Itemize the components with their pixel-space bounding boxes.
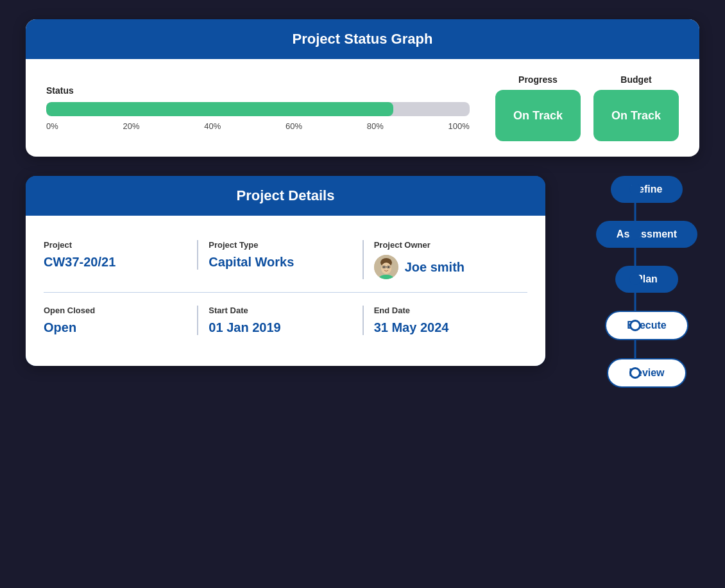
pipeline-btn-define[interactable]: Define (611, 176, 683, 203)
bottom-section: Project Details Project CW37-20/21 Proje… (26, 176, 699, 388)
svg-point-3 (383, 266, 384, 268)
project-value: CW37-20/21 (44, 255, 187, 270)
progress-badge-group: Progress On Track (495, 74, 581, 141)
details-row-2: Open Closed Open Start Date 01 Jan 2019 … (44, 292, 527, 348)
pipeline-dot-define (629, 184, 641, 195)
label-40: 40% (204, 121, 221, 131)
pipeline-step-plan: Plan (571, 266, 699, 293)
open-closed-cell: Open Closed Open (44, 306, 197, 335)
start-date-value: 01 Jan 2019 (209, 320, 352, 335)
progress-section: Status 0% 20% 40% 60% 80% 100% (46, 85, 470, 131)
project-type-label: Project Type (209, 240, 352, 250)
status-graph-card: Project Status Graph Status 0% 20% 40% 6… (26, 19, 699, 157)
project-details-body: Project CW37-20/21 Project Type Capital … (26, 216, 545, 366)
start-date-label: Start Date (209, 306, 352, 315)
pipeline-step-execute: Execute (571, 311, 699, 340)
project-owner-value: Joe smith (374, 255, 517, 279)
status-graph-body: Status 0% 20% 40% 60% 80% 100% Progress … (26, 59, 699, 157)
pipeline-step-define: Define (571, 176, 699, 203)
progress-bar-container (46, 102, 470, 116)
end-date-value: 31 May 2024 (374, 320, 517, 335)
label-60: 60% (286, 121, 302, 131)
pipeline-step-review: Review (571, 358, 699, 388)
pipeline-btn-assessment[interactable]: Assessment (596, 221, 697, 248)
owner-name: Joe smith (405, 260, 465, 275)
progress-status-badge: On Track (495, 90, 581, 141)
pipeline-btn-review[interactable]: Review (607, 358, 686, 388)
budget-title: Budget (620, 74, 651, 85)
end-date-cell: End Date 31 May 2024 (362, 306, 527, 335)
project-owner-label: Project Owner (374, 240, 517, 250)
pipeline-dot-review (629, 367, 641, 379)
details-row-1: Project CW37-20/21 Project Type Capital … (44, 234, 527, 292)
svg-point-2 (381, 263, 391, 274)
pipeline-dot-assessment (629, 229, 641, 240)
progress-title: Progress (518, 74, 558, 85)
label-20: 20% (123, 121, 140, 131)
svg-point-4 (388, 266, 389, 268)
project-details-title: Project Details (26, 176, 545, 216)
progress-bar-fill (46, 102, 393, 116)
pipeline-btn-plan[interactable]: Plan (615, 266, 678, 293)
progress-labels: 0% 20% 40% 60% 80% 100% (46, 121, 470, 131)
status-badges: Progress On Track Budget On Track (495, 74, 679, 141)
avatar (374, 255, 398, 279)
label-0: 0% (46, 121, 58, 131)
budget-status-badge: On Track (593, 90, 679, 141)
open-closed-value: Open (44, 320, 187, 335)
pipeline-btn-execute[interactable]: Execute (605, 311, 688, 340)
label-100: 100% (448, 121, 470, 131)
pipeline-step-assessment: Assessment (571, 221, 699, 248)
label-80: 80% (367, 121, 384, 131)
project-type-value: Capital Works (209, 255, 352, 270)
project-details-card: Project Details Project CW37-20/21 Proje… (26, 176, 545, 366)
start-date-cell: Start Date 01 Jan 2019 (197, 306, 362, 335)
pipeline-section: Define Assessment Plan Execute Review (571, 176, 699, 388)
budget-badge-group: Budget On Track (593, 74, 679, 141)
status-label: Status (46, 85, 470, 96)
pipeline-dot-execute (629, 320, 641, 331)
end-date-label: End Date (374, 306, 517, 315)
project-owner-cell: Project Owner (362, 240, 527, 279)
status-graph-title: Project Status Graph (26, 19, 699, 59)
pipeline-dot-plan (629, 273, 641, 285)
project-type-cell: Project Type Capital Works (197, 240, 362, 270)
project-label: Project (44, 240, 187, 250)
open-closed-label: Open Closed (44, 306, 187, 315)
project-cell: Project CW37-20/21 (44, 240, 197, 270)
